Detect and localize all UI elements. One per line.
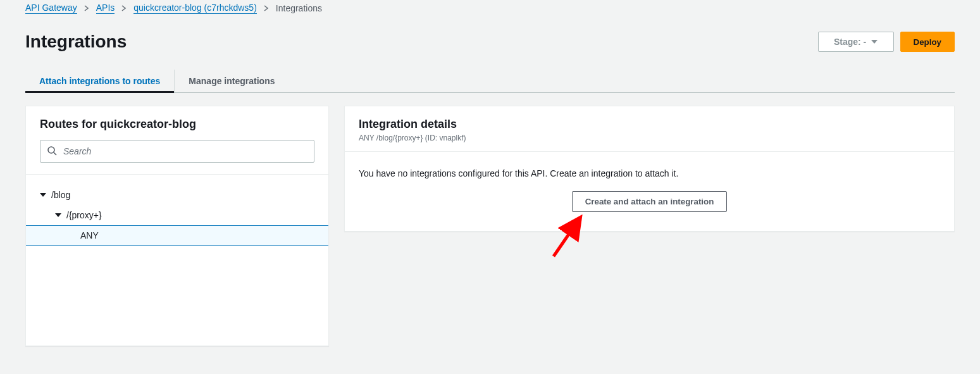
page-title: Integrations [25,32,127,52]
tab-manage-integrations[interactable]: Manage integrations [175,70,288,92]
route-node-proxy[interactable]: /{proxy+} [26,205,328,225]
caret-down-icon [55,213,61,217]
search-icon [47,146,57,158]
deploy-button[interactable]: Deploy [900,32,955,52]
tab-attach-integrations[interactable]: Attach integrations to routes [25,70,175,92]
breadcrumb-current: Integrations [276,3,322,13]
empty-state-message: You have no integrations configured for … [359,168,940,178]
route-label: ANY [80,230,99,240]
integration-details-panel: Integration details ANY /blog/{proxy+} (… [344,106,955,232]
svg-point-0 [48,147,54,153]
tabs: Attach integrations to routes Manage int… [25,70,955,93]
routes-tree: /blog /{proxy+} ANY [26,175,328,246]
breadcrumb-api-name[interactable]: quickcreator-blog (c7rhckdws5) [133,3,257,14]
annotation-arrow-icon [547,212,592,263]
svg-line-1 [54,153,56,155]
breadcrumb-apis[interactable]: APIs [96,3,115,14]
stage-select[interactable]: Stage: - [818,32,894,52]
svg-line-2 [554,220,579,256]
integration-details-subtitle: ANY /blog/{proxy+} (ID: vnaplkf) [359,134,940,142]
integration-details-title: Integration details [359,118,940,131]
chevron-right-icon [263,5,270,11]
caret-down-icon [871,40,878,44]
stage-select-label: Stage: - [834,37,866,47]
breadcrumb: API Gateway APIs quickcreator-blog (c7rh… [25,0,955,14]
routes-panel-title: Routes for quickcreator-blog [40,118,314,131]
breadcrumb-api-gateway[interactable]: API Gateway [25,3,77,14]
route-label: /blog [51,190,70,200]
chevron-right-icon [121,5,127,11]
route-node-blog[interactable]: /blog [26,185,328,205]
route-node-any[interactable]: ANY [26,225,328,246]
search-input[interactable] [62,146,307,157]
create-and-attach-integration-button[interactable]: Create and attach an integration [572,191,728,212]
chevron-right-icon [84,5,90,11]
routes-panel: Routes for quickcreator-blog /blog [25,106,329,346]
route-label: /{proxy+} [66,210,102,220]
caret-down-icon [40,193,46,197]
search-input-wrapper[interactable] [40,140,314,163]
